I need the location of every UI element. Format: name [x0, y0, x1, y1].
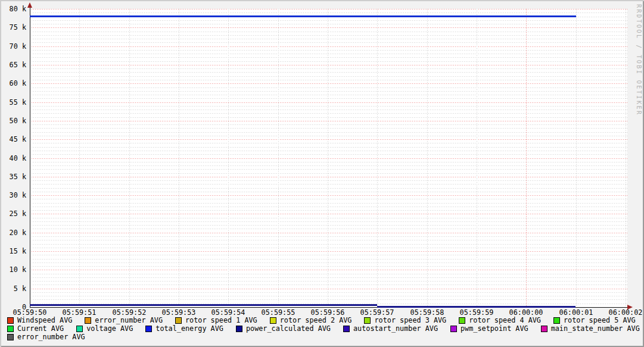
legend-swatch: [553, 317, 560, 324]
h-major-gridline: [30, 65, 627, 65]
h-minor-gridline: [30, 281, 627, 282]
h-minor-gridline: [30, 54, 627, 54]
series-line-total-energy-avg: [30, 15, 576, 17]
legend-label: error_number AVG: [95, 317, 163, 324]
h-major-gridline: [30, 214, 627, 214]
h-minor-gridline: [30, 248, 627, 248]
h-minor-gridline: [30, 236, 627, 237]
legend-row: error_number AVG: [7, 333, 85, 341]
h-minor-gridline: [30, 12, 627, 13]
h-minor-gridline: [30, 57, 627, 58]
legend-label: rotor speed 2 AVG: [280, 317, 352, 324]
h-minor-gridline: [30, 255, 627, 255]
h-minor-gridline: [30, 296, 627, 296]
h-minor-gridline: [30, 117, 627, 118]
legend-label: pwm_setpoint AVG: [461, 325, 528, 333]
h-minor-gridline: [30, 192, 627, 192]
legend-swatch: [175, 317, 182, 324]
series-line-power-calculated-avg: [377, 306, 575, 308]
series-line-power-calculated-avg: [30, 304, 377, 306]
y-axis-tick-label: 25 k: [2, 210, 26, 218]
h-minor-gridline: [30, 106, 627, 107]
h-minor-gridline: [30, 61, 627, 62]
h-minor-gridline: [30, 147, 627, 148]
y-axis-tick-label: 60 k: [2, 79, 26, 87]
h-minor-gridline: [30, 91, 627, 92]
h-minor-gridline: [30, 221, 627, 222]
v-minor-gridline: [427, 9, 428, 307]
v-minor-gridline: [576, 9, 577, 307]
y-axis: [30, 6, 30, 308]
h-major-gridline: [30, 270, 627, 270]
h-minor-gridline: [30, 244, 627, 245]
legend-item: rotor speed 3 AVG: [364, 317, 446, 324]
legend-label: rotor speed 5 AVG: [564, 317, 636, 324]
h-minor-gridline: [30, 128, 627, 129]
legend-swatch: [343, 326, 350, 332]
rrd-graph: 05 k10 k15 k20 k25 k30 k35 k40 k45 k50 k…: [0, 0, 644, 347]
legend-label: Current AVG: [17, 325, 64, 333]
h-minor-gridline: [30, 162, 627, 162]
y-axis-tick-label: 40 k: [2, 154, 26, 162]
h-minor-gridline: [30, 76, 627, 77]
v-minor-gridline: [278, 9, 279, 307]
v-minor-gridline: [377, 9, 378, 307]
legend-swatch: [236, 326, 242, 332]
h-minor-gridline: [30, 259, 627, 260]
h-minor-gridline: [30, 32, 627, 32]
h-major-gridline: [30, 251, 627, 252]
h-major-gridline: [30, 121, 627, 121]
legend-item: error_number AVG: [7, 333, 85, 341]
v-minor-gridline: [179, 9, 179, 307]
v-minor-gridline: [477, 9, 477, 307]
legend-item: rotor speed 1 AVG: [175, 317, 257, 324]
h-minor-gridline: [30, 87, 627, 88]
y-axis-arrow: [27, 2, 32, 8]
legend-swatch: [85, 317, 91, 324]
h-major-gridline: [30, 158, 627, 159]
legend-label: Windspeed AVG: [17, 317, 72, 324]
h-minor-gridline: [30, 207, 627, 207]
h-minor-gridline: [30, 199, 627, 199]
h-minor-gridline: [30, 169, 627, 170]
h-minor-gridline: [30, 274, 627, 274]
h-minor-gridline: [30, 292, 627, 293]
h-minor-gridline: [30, 124, 627, 125]
legend-swatch: [459, 317, 465, 324]
legend-item: Current AVG: [7, 325, 64, 333]
h-major-gridline: [30, 289, 627, 289]
y-axis-tick-label: 35 k: [2, 173, 26, 181]
h-minor-gridline: [30, 35, 627, 36]
y-axis-tick-label: 10 k: [2, 265, 26, 274]
legend-swatch: [7, 334, 14, 340]
h-minor-gridline: [30, 188, 627, 189]
v-minor-gridline: [79, 9, 80, 307]
legend-item: total_energy AVG: [145, 325, 223, 333]
h-minor-gridline: [30, 285, 627, 285]
y-axis-tick-label: 75 k: [2, 23, 26, 32]
h-minor-gridline: [30, 266, 627, 267]
h-minor-gridline: [30, 151, 627, 151]
legend-item: pwm_setpoint AVG: [450, 325, 528, 333]
legend-swatch: [450, 326, 457, 332]
legend-label: power_calculated AVG: [246, 325, 331, 333]
h-minor-gridline: [30, 154, 627, 155]
v-major-gridline: [526, 9, 527, 307]
h-minor-gridline: [30, 143, 627, 143]
legend-label: autostart_number AVG: [353, 325, 438, 333]
y-axis-tick-label: 45 k: [2, 135, 26, 143]
h-minor-gridline: [30, 80, 627, 80]
v-minor-gridline: [129, 9, 130, 307]
legend-label: rotor speed 3 AVG: [374, 317, 446, 324]
y-axis-tick-label: 50 k: [2, 117, 26, 125]
h-minor-gridline: [30, 95, 627, 95]
h-minor-gridline: [30, 173, 627, 174]
y-axis-tick-label: 20 k: [2, 229, 26, 237]
h-minor-gridline: [30, 277, 627, 278]
legend-item: rotor speed 2 AVG: [270, 317, 352, 324]
legend-label: total_energy AVG: [155, 325, 223, 333]
legend-swatch: [76, 326, 83, 332]
h-minor-gridline: [30, 203, 627, 204]
v-minor-gridline: [626, 9, 626, 307]
h-minor-gridline: [30, 20, 627, 21]
